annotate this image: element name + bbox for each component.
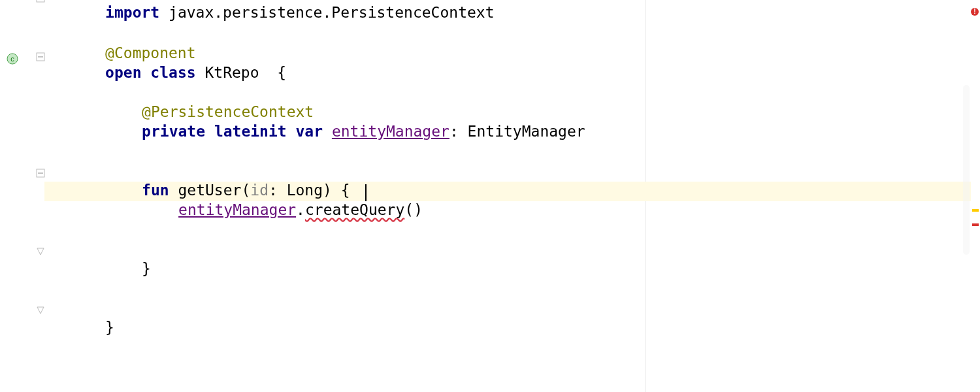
svg-rect-2 (37, 0, 44, 2)
code-line: } (51, 243, 151, 294)
code-editor[interactable]: import javax.persistence.PersistenceCont… (44, 0, 980, 392)
keyword-lateinit: lateinit (214, 123, 296, 140)
text-caret (365, 184, 367, 201)
fold-handle[interactable] (36, 0, 45, 3)
keyword-class: class (150, 64, 204, 81)
svg-marker-8 (37, 248, 44, 255)
fold-handle[interactable] (36, 169, 45, 178)
code-line: private lateinit var entityManager: Enti… (51, 106, 585, 157)
identifier-entityManager: entityManager (178, 201, 296, 218)
keyword-import: import (105, 4, 159, 21)
class-icon: c (7, 51, 18, 68)
error-indicator-icon[interactable]: ! (971, 8, 979, 16)
error-stripe[interactable]: ! (971, 0, 980, 392)
fold-close-handle[interactable] (36, 306, 45, 315)
warning-marker[interactable] (972, 209, 979, 212)
scrollbar[interactable] (963, 85, 970, 255)
code-line: entityManager.createQuery() (51, 184, 423, 235)
svg-text:c: c (10, 55, 14, 63)
fold-close-handle[interactable] (36, 247, 45, 256)
gutter: c (0, 0, 44, 392)
keyword-private: private (142, 123, 214, 140)
keyword-var: var (296, 123, 332, 140)
identifier-entityManager: entityManager (332, 123, 449, 140)
fold-handle[interactable] (36, 52, 45, 61)
editor-root: c import javax.persistence.PersistenceCo… (0, 0, 980, 392)
code-line: } (51, 302, 114, 353)
method-createQuery: createQuery (305, 201, 404, 218)
error-marker[interactable] (972, 223, 979, 226)
svg-marker-9 (37, 307, 44, 314)
keyword-open: open (105, 64, 150, 81)
